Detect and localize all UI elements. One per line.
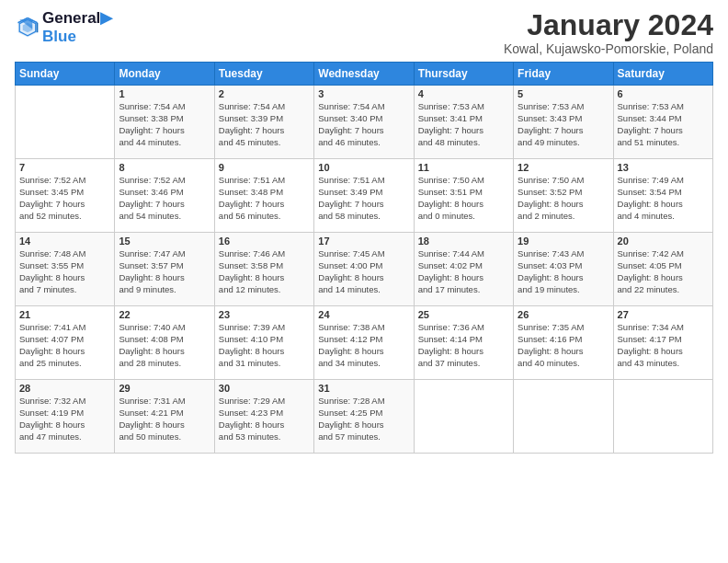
calendar-cell: 17Sunrise: 7:45 AMSunset: 4:00 PMDayligh… bbox=[314, 233, 414, 306]
cell-content: Sunrise: 7:48 AMSunset: 3:55 PMDaylight:… bbox=[19, 248, 110, 295]
day-number: 5 bbox=[518, 88, 609, 99]
calendar-cell: 31Sunrise: 7:28 AMSunset: 4:25 PMDayligh… bbox=[314, 380, 414, 454]
day-number: 3 bbox=[318, 88, 409, 99]
cell-content: Sunrise: 7:34 AMSunset: 4:17 PMDaylight:… bbox=[618, 322, 709, 369]
weekday-header-saturday: Saturday bbox=[613, 63, 712, 86]
weekday-header-friday: Friday bbox=[514, 63, 613, 86]
day-number: 11 bbox=[418, 162, 509, 173]
cell-content: Sunrise: 7:50 AMSunset: 3:51 PMDaylight:… bbox=[418, 175, 509, 222]
cell-content: Sunrise: 7:43 AMSunset: 4:03 PMDaylight:… bbox=[518, 248, 609, 295]
calendar-cell: 8Sunrise: 7:52 AMSunset: 3:46 PMDaylight… bbox=[115, 159, 214, 233]
cell-content: Sunrise: 7:53 AMSunset: 3:43 PMDaylight:… bbox=[518, 101, 609, 148]
day-number: 27 bbox=[618, 309, 709, 320]
calendar-cell: 21Sunrise: 7:41 AMSunset: 4:07 PMDayligh… bbox=[16, 306, 115, 380]
cell-content: Sunrise: 7:54 AMSunset: 3:40 PMDaylight:… bbox=[318, 101, 409, 148]
calendar-cell: 28Sunrise: 7:32 AMSunset: 4:19 PMDayligh… bbox=[16, 380, 115, 454]
day-number: 15 bbox=[119, 236, 210, 247]
month-title: January 2024 bbox=[504, 9, 713, 41]
calendar-cell: 19Sunrise: 7:43 AMSunset: 4:03 PMDayligh… bbox=[514, 233, 613, 306]
cell-content: Sunrise: 7:50 AMSunset: 3:52 PMDaylight:… bbox=[518, 175, 609, 222]
day-number: 6 bbox=[618, 88, 709, 99]
calendar-cell: 30Sunrise: 7:29 AMSunset: 4:23 PMDayligh… bbox=[214, 380, 313, 454]
calendar-cell: 15Sunrise: 7:47 AMSunset: 3:57 PMDayligh… bbox=[115, 233, 214, 306]
calendar-cell bbox=[16, 86, 115, 159]
calendar-cell: 1Sunrise: 7:54 AMSunset: 3:38 PMDaylight… bbox=[115, 86, 214, 159]
day-number: 31 bbox=[318, 383, 409, 394]
day-number: 21 bbox=[19, 309, 110, 320]
calendar-cell: 4Sunrise: 7:53 AMSunset: 3:41 PMDaylight… bbox=[414, 86, 513, 159]
cell-content: Sunrise: 7:52 AMSunset: 3:46 PMDaylight:… bbox=[119, 175, 210, 222]
cell-content: Sunrise: 7:40 AMSunset: 4:08 PMDaylight:… bbox=[119, 322, 210, 369]
day-number: 26 bbox=[518, 309, 609, 320]
cell-content: Sunrise: 7:31 AMSunset: 4:21 PMDaylight:… bbox=[119, 396, 210, 442]
calendar-cell: 27Sunrise: 7:34 AMSunset: 4:17 PMDayligh… bbox=[613, 306, 712, 380]
day-number: 2 bbox=[219, 88, 310, 99]
calendar-cell: 26Sunrise: 7:35 AMSunset: 4:16 PMDayligh… bbox=[514, 306, 613, 380]
calendar-cell bbox=[613, 380, 712, 454]
cell-content: Sunrise: 7:46 AMSunset: 3:58 PMDaylight:… bbox=[219, 248, 310, 295]
cell-content: Sunrise: 7:39 AMSunset: 4:10 PMDaylight:… bbox=[219, 322, 310, 369]
day-number: 20 bbox=[618, 236, 709, 247]
calendar-cell: 18Sunrise: 7:44 AMSunset: 4:02 PMDayligh… bbox=[414, 233, 513, 306]
weekday-header-tuesday: Tuesday bbox=[214, 63, 313, 86]
calendar-cell: 25Sunrise: 7:36 AMSunset: 4:14 PMDayligh… bbox=[414, 306, 513, 380]
cell-content: Sunrise: 7:32 AMSunset: 4:19 PMDaylight:… bbox=[19, 396, 110, 442]
cell-content: Sunrise: 7:54 AMSunset: 3:38 PMDaylight:… bbox=[119, 101, 210, 148]
calendar-week-row: 14Sunrise: 7:48 AMSunset: 3:55 PMDayligh… bbox=[16, 233, 713, 306]
cell-content: Sunrise: 7:52 AMSunset: 3:45 PMDaylight:… bbox=[19, 175, 110, 222]
logo-icon bbox=[15, 15, 40, 40]
calendar-cell: 13Sunrise: 7:49 AMSunset: 3:54 PMDayligh… bbox=[613, 159, 712, 233]
calendar-cell: 20Sunrise: 7:42 AMSunset: 4:05 PMDayligh… bbox=[613, 233, 712, 306]
day-number: 14 bbox=[19, 236, 110, 247]
calendar-cell bbox=[414, 380, 513, 454]
calendar-cell: 10Sunrise: 7:51 AMSunset: 3:49 PMDayligh… bbox=[314, 159, 414, 233]
calendar-cell: 6Sunrise: 7:53 AMSunset: 3:44 PMDaylight… bbox=[613, 86, 712, 159]
cell-content: Sunrise: 7:41 AMSunset: 4:07 PMDaylight:… bbox=[19, 322, 110, 369]
page-header: General▶ Blue January 2024 Kowal, Kujaws… bbox=[15, 9, 713, 56]
day-number: 4 bbox=[418, 88, 509, 99]
calendar-cell: 12Sunrise: 7:50 AMSunset: 3:52 PMDayligh… bbox=[514, 159, 613, 233]
logo-line2: Blue bbox=[42, 28, 112, 46]
cell-content: Sunrise: 7:42 AMSunset: 4:05 PMDaylight:… bbox=[618, 248, 709, 295]
calendar-header-row: SundayMondayTuesdayWednesdayThursdayFrid… bbox=[16, 63, 713, 86]
calendar-week-row: 28Sunrise: 7:32 AMSunset: 4:19 PMDayligh… bbox=[16, 380, 713, 454]
cell-content: Sunrise: 7:51 AMSunset: 3:49 PMDaylight:… bbox=[318, 175, 409, 222]
calendar-cell: 5Sunrise: 7:53 AMSunset: 3:43 PMDaylight… bbox=[514, 86, 613, 159]
calendar-week-row: 7Sunrise: 7:52 AMSunset: 3:45 PMDaylight… bbox=[16, 159, 713, 233]
calendar-cell: 3Sunrise: 7:54 AMSunset: 3:40 PMDaylight… bbox=[314, 86, 414, 159]
calendar-cell bbox=[514, 380, 613, 454]
day-number: 18 bbox=[418, 236, 509, 247]
day-number: 17 bbox=[318, 236, 409, 247]
day-number: 1 bbox=[119, 88, 210, 99]
day-number: 25 bbox=[418, 309, 509, 320]
weekday-header-monday: Monday bbox=[115, 63, 214, 86]
weekday-header-wednesday: Wednesday bbox=[314, 63, 414, 86]
location-subtitle: Kowal, Kujawsko-Pomorskie, Poland bbox=[504, 41, 713, 56]
calendar-cell: 11Sunrise: 7:50 AMSunset: 3:51 PMDayligh… bbox=[414, 159, 513, 233]
day-number: 8 bbox=[119, 162, 210, 173]
calendar-cell: 2Sunrise: 7:54 AMSunset: 3:39 PMDaylight… bbox=[214, 86, 313, 159]
logo: General▶ Blue bbox=[15, 9, 112, 45]
calendar-week-row: 21Sunrise: 7:41 AMSunset: 4:07 PMDayligh… bbox=[16, 306, 713, 380]
day-number: 9 bbox=[219, 162, 310, 173]
cell-content: Sunrise: 7:49 AMSunset: 3:54 PMDaylight:… bbox=[618, 175, 709, 222]
cell-content: Sunrise: 7:35 AMSunset: 4:16 PMDaylight:… bbox=[518, 322, 609, 369]
day-number: 22 bbox=[119, 309, 210, 320]
cell-content: Sunrise: 7:28 AMSunset: 4:25 PMDaylight:… bbox=[318, 396, 409, 442]
calendar-week-row: 1Sunrise: 7:54 AMSunset: 3:38 PMDaylight… bbox=[16, 86, 713, 159]
calendar-table: SundayMondayTuesdayWednesdayThursdayFrid… bbox=[15, 62, 713, 454]
weekday-header-thursday: Thursday bbox=[414, 63, 513, 86]
cell-content: Sunrise: 7:45 AMSunset: 4:00 PMDaylight:… bbox=[318, 248, 409, 295]
day-number: 16 bbox=[219, 236, 310, 247]
calendar-cell: 22Sunrise: 7:40 AMSunset: 4:08 PMDayligh… bbox=[115, 306, 214, 380]
day-number: 10 bbox=[318, 162, 409, 173]
cell-content: Sunrise: 7:53 AMSunset: 3:44 PMDaylight:… bbox=[618, 101, 709, 148]
cell-content: Sunrise: 7:44 AMSunset: 4:02 PMDaylight:… bbox=[418, 248, 509, 295]
cell-content: Sunrise: 7:38 AMSunset: 4:12 PMDaylight:… bbox=[318, 322, 409, 369]
day-number: 24 bbox=[318, 309, 409, 320]
cell-content: Sunrise: 7:54 AMSunset: 3:39 PMDaylight:… bbox=[219, 101, 310, 148]
calendar-cell: 9Sunrise: 7:51 AMSunset: 3:48 PMDaylight… bbox=[214, 159, 313, 233]
calendar-cell: 16Sunrise: 7:46 AMSunset: 3:58 PMDayligh… bbox=[214, 233, 313, 306]
title-block: January 2024 Kowal, Kujawsko-Pomorskie, … bbox=[504, 9, 713, 56]
day-number: 13 bbox=[618, 162, 709, 173]
